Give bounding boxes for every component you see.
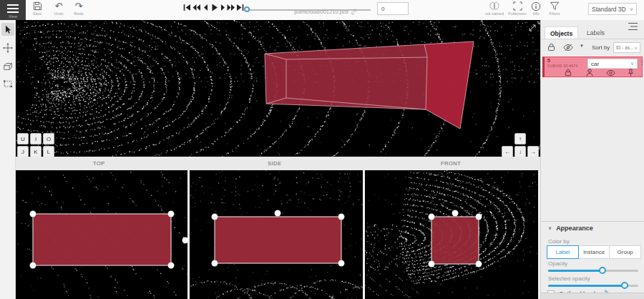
sort-order-select[interactable]: ID - as... ∨ — [613, 42, 640, 53]
expand-view-icon[interactable] — [528, 24, 537, 32]
selected-opacity-slider-fill — [548, 285, 625, 287]
front-annotation-rect[interactable] — [365, 170, 538, 299]
resize-handle[interactable] — [30, 211, 36, 217]
panel-menu-icon — [628, 22, 639, 31]
rotate-handle[interactable] — [275, 210, 281, 217]
nav-right-button[interactable]: → — [527, 146, 539, 157]
side-annotation-rect[interactable] — [190, 170, 363, 299]
nav-left-button[interactable]: ← — [502, 146, 513, 157]
frame-number-input[interactable] — [377, 2, 409, 15]
tab-labels[interactable]: Labels — [582, 26, 610, 39]
resize-handle[interactable] — [476, 214, 482, 220]
hotkey-label: U — [21, 136, 25, 142]
move-tool-button[interactable] — [1, 41, 14, 54]
front-view-label: FRONT — [441, 160, 461, 167]
fullscreen-icon — [505, 1, 530, 11]
object-lock-button[interactable] — [565, 69, 572, 77]
filter-icon — [544, 1, 565, 11]
object-class-select[interactable]: car ∨ — [587, 59, 638, 69]
undo-label: Undo — [49, 11, 69, 16]
skip-to-start-button[interactable] — [183, 4, 191, 11]
object-author-button[interactable] — [586, 69, 593, 77]
resize-handle[interactable] — [429, 214, 435, 220]
marquee-icon — [3, 79, 13, 89]
resize-handle[interactable] — [30, 263, 36, 269]
panel-settings-button[interactable] — [628, 22, 640, 31]
fullscreen-label: Fullscreen — [505, 11, 530, 16]
resize-handle[interactable] — [212, 260, 218, 267]
skip-to-end-button[interactable] — [236, 4, 244, 11]
redo-button[interactable]: ↷ Redo — [69, 1, 89, 19]
eye-off-icon — [563, 44, 573, 52]
undo-button[interactable]: ↶ Undo — [49, 1, 69, 19]
play-button[interactable] — [210, 4, 218, 11]
hotkey-l[interactable]: L — [43, 146, 54, 157]
expand-all-button[interactable]: ▼ — [580, 44, 584, 48]
save-button[interactable]: Save — [27, 1, 47, 19]
tab-label: Objects — [550, 30, 572, 37]
next-frame-button[interactable] — [219, 4, 227, 11]
object-visibility-button[interactable] — [606, 69, 615, 77]
previous-frame-button[interactable] — [202, 4, 210, 11]
resize-handle[interactable] — [476, 261, 482, 268]
lock-all-button[interactable] — [547, 43, 555, 52]
hotkey-o[interactable]: O — [43, 133, 54, 144]
caret-down-icon: ▼ — [580, 44, 584, 48]
selected-opacity-slider[interactable] — [548, 285, 638, 287]
filters-label: Filters — [544, 11, 565, 16]
rotate-handle[interactable] — [182, 237, 188, 244]
lock-icon — [547, 43, 555, 52]
app-window: View Save ↶ Undo ↷ Redo pointcloud/00121… — [0, 0, 644, 299]
color-by-instance-button[interactable]: Instance — [579, 245, 610, 259]
collapse-icon: ∨ — [548, 225, 552, 231]
color-by-label-button[interactable]: Label — [547, 245, 579, 259]
nav-up-button[interactable]: ↑ — [514, 133, 526, 144]
hotkey-k[interactable]: K — [30, 146, 42, 157]
fullscreen-button[interactable]: Fullscreen — [505, 1, 530, 19]
hotkey-u[interactable]: U — [17, 133, 29, 144]
undo-icon: ↶ — [49, 1, 69, 11]
rotate-handle[interactable] — [452, 210, 459, 217]
resize-handle[interactable] — [168, 263, 175, 269]
selected-opacity-slider-handle[interactable] — [621, 282, 628, 289]
object-pin-button[interactable] — [628, 69, 634, 77]
info-button[interactable]: Info — [527, 1, 545, 19]
side-projection-panel — [190, 170, 363, 299]
resize-handle[interactable] — [212, 214, 218, 220]
opacity-slider-handle[interactable] — [599, 267, 606, 274]
select-tool-button[interactable] — [1, 23, 14, 36]
layout-mode-select[interactable]: Standard 3D ∨ — [588, 3, 637, 15]
ai-model-button[interactable]: not trained — [481, 1, 508, 19]
nav-down-button[interactable]: ↓ — [514, 146, 526, 157]
fast-rewind-button[interactable] — [192, 4, 200, 11]
top-projection-panel — [16, 170, 187, 299]
hotkey-j[interactable]: J — [17, 146, 29, 157]
hide-all-button[interactable] — [563, 44, 573, 52]
top-annotation-rect[interactable] — [16, 170, 187, 299]
main-menu-button[interactable]: View — [0, 0, 26, 20]
color-by-group-button[interactable]: Group — [610, 245, 641, 259]
menu-label: View — [0, 14, 26, 19]
object-card[interactable]: 5 CUBOID 3D #574 car ∨ ⋮ — [542, 57, 643, 77]
object-number: 5 — [547, 58, 550, 63]
filename-text: pointcloud/001210.pcd — [294, 9, 348, 15]
info-icon — [527, 1, 545, 11]
opacity-slider[interactable] — [548, 270, 638, 272]
tab-objects[interactable]: Objects — [545, 26, 578, 39]
layout-mode-value: Standard 3D — [592, 6, 626, 13]
hotkey-i[interactable]: I — [30, 133, 42, 144]
timeline-slider-handle[interactable] — [244, 6, 250, 12]
link-icon[interactable] — [351, 9, 357, 15]
resize-handle[interactable] — [168, 211, 175, 217]
cuboid-annotation[interactable] — [16, 20, 540, 157]
resize-handle[interactable] — [338, 260, 345, 267]
appearance-section-header[interactable]: ∨ Appearance — [548, 225, 593, 232]
resize-handle[interactable] — [429, 261, 435, 268]
side-view-label: SIDE — [268, 160, 282, 167]
cuboid-tool-button[interactable] — [1, 60, 14, 73]
fast-forward-button[interactable] — [227, 4, 235, 11]
filters-button[interactable]: Filters — [544, 1, 565, 19]
resize-handle[interactable] — [338, 214, 345, 220]
more-options-icon[interactable]: ⋮ — [639, 59, 644, 66]
marquee-select-tool-button[interactable] — [1, 77, 14, 90]
